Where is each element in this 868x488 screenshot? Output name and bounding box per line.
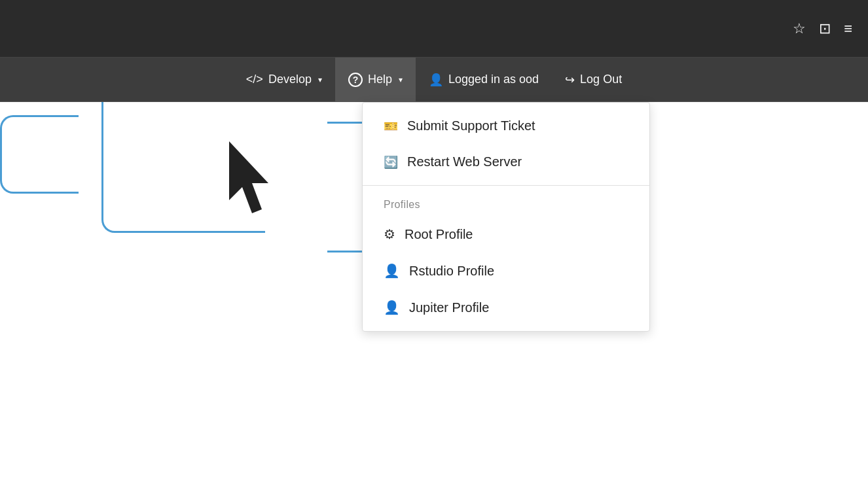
root-profile-item[interactable]: ⚙ Root Profile xyxy=(363,216,649,253)
user-label: Logged in as ood xyxy=(448,73,539,86)
restart-web-server-item[interactable]: 🔄 Restart Web Server xyxy=(363,144,649,180)
restart-web-server-label: Restart Web Server xyxy=(407,154,522,169)
help-label: Help xyxy=(368,73,392,86)
user-icon: 👤 xyxy=(429,73,443,87)
help-dropdown-menu: 🎫 Submit Support Ticket 🔄 Restart Web Se… xyxy=(362,102,650,332)
dropdown-section-profiles: Profiles ⚙ Root Profile 👤 Rstudio Profil… xyxy=(363,185,649,331)
jupiter-profile-label: Jupiter Profile xyxy=(409,300,489,315)
help-chevron-icon: ▾ xyxy=(399,75,403,84)
nav-bar: </> Develop ▾ ? Help ▾ 👤 Logged in as oo… xyxy=(0,58,868,102)
nav-help[interactable]: ? Help ▾ xyxy=(335,58,416,102)
root-profile-label: Root Profile xyxy=(405,227,473,242)
menu-icon[interactable]: ≡ xyxy=(844,20,852,37)
rstudio-profile-label: Rstudio Profile xyxy=(409,264,494,279)
logout-label: Log Out xyxy=(580,73,622,86)
dropdown-section-actions: 🎫 Submit Support Ticket 🔄 Restart Web Se… xyxy=(363,103,649,185)
develop-chevron-icon: ▾ xyxy=(318,75,322,84)
cursor-arrow xyxy=(216,141,281,222)
star-icon[interactable]: ☆ xyxy=(793,20,806,37)
submit-support-ticket-label: Submit Support Ticket xyxy=(407,118,535,133)
nav-logout[interactable]: ↪ Log Out xyxy=(552,58,635,102)
ticket-icon: 🎫 xyxy=(384,119,398,133)
jupiter-profile-item[interactable]: 👤 Jupiter Profile xyxy=(363,289,649,326)
logout-icon: ↪ xyxy=(565,73,575,87)
restart-icon: 🔄 xyxy=(384,155,398,169)
svg-marker-0 xyxy=(229,141,268,213)
nav-develop[interactable]: </> Develop ▾ xyxy=(233,58,335,102)
help-icon: ? xyxy=(348,73,363,87)
develop-label: Develop xyxy=(268,73,312,86)
submit-support-ticket-item[interactable]: 🎫 Submit Support Ticket xyxy=(363,108,649,144)
pocket-icon[interactable]: ⊡ xyxy=(819,20,831,37)
bg-shape-1 xyxy=(0,115,79,194)
rstudio-profile-item[interactable]: 👤 Rstudio Profile xyxy=(363,253,649,289)
user-profile-icon: 👤 xyxy=(384,263,400,279)
user-jupiter-icon: 👤 xyxy=(384,300,400,315)
develop-icon: </> xyxy=(246,73,263,86)
gear-icon: ⚙ xyxy=(384,226,395,242)
profiles-section-label: Profiles xyxy=(363,191,649,216)
nav-user: 👤 Logged in as ood xyxy=(416,58,552,102)
browser-chrome: ☆ ⊡ ≡ xyxy=(0,0,868,58)
